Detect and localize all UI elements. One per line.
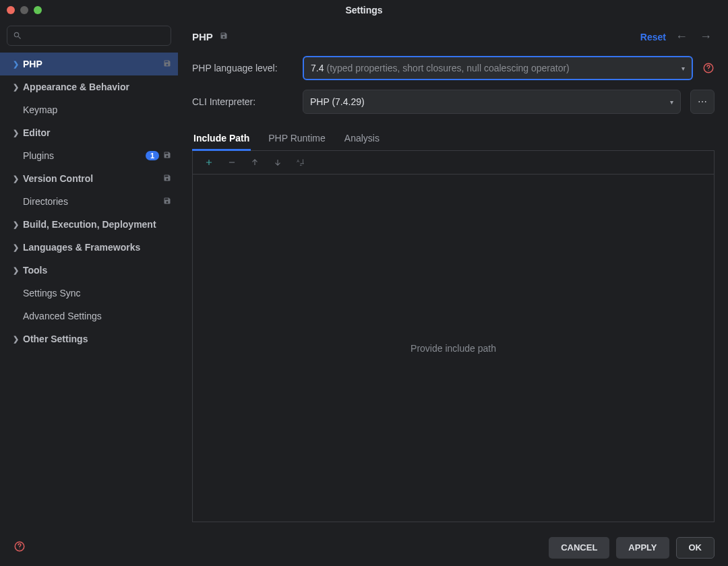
help-icon[interactable] <box>702 62 715 74</box>
svg-text:A: A <box>297 159 299 163</box>
cancel-button[interactable]: CANCEL <box>549 537 609 559</box>
move-down-button[interactable] <box>272 157 283 168</box>
save-marker-icon <box>163 196 171 207</box>
sidebar-item-label: Directories <box>23 196 68 207</box>
svg-point-5 <box>19 548 20 549</box>
sidebar-item-plugins[interactable]: Plugins1 <box>0 144 178 167</box>
chevron-right-icon: ❯ <box>11 129 20 137</box>
sidebar-item-label: PHP <box>23 59 42 69</box>
settings-search[interactable] <box>7 26 171 46</box>
include-path-list[interactable]: Provide include path <box>192 174 715 522</box>
php-subtabs: Include PathPHP RuntimeAnalysis <box>192 127 715 151</box>
traffic-lights <box>7 6 42 14</box>
cli-interpreter-row: CLI Interpreter: PHP (7.4.29) ▾ ⋯ <box>192 90 715 114</box>
include-path-toolbar: AZ <box>192 151 715 174</box>
sidebar-item-directories[interactable]: Directories <box>0 190 178 213</box>
fullscreen-window-button[interactable] <box>34 6 42 14</box>
save-marker-icon <box>220 32 228 42</box>
cli-interpreter-select[interactable]: PHP (7.4.29) ▾ <box>303 90 681 114</box>
sidebar-item-languages-frameworks[interactable]: ❯Languages & Frameworks <box>0 236 178 259</box>
add-button[interactable] <box>204 157 214 168</box>
sidebar-item-label: Settings Sync <box>23 288 81 298</box>
sidebar-item-label: Other Settings <box>23 334 88 344</box>
chevron-down-icon: ▾ <box>670 98 673 106</box>
cli-interpreter-browse-button[interactable]: ⋯ <box>690 90 715 114</box>
update-badge: 1 <box>146 151 159 160</box>
search-icon <box>13 31 22 40</box>
sidebar-item-keymap[interactable]: Keymap <box>0 98 178 121</box>
sidebar-item-other-settings[interactable]: ❯Other Settings <box>0 327 178 350</box>
chevron-right-icon: ❯ <box>11 60 20 69</box>
chevron-down-icon: ▾ <box>681 65 685 72</box>
settings-tree: ❯PHP❯Appearance & BehaviorKeymap❯EditorP… <box>0 51 178 529</box>
page-header: PHP Reset ← → <box>192 30 715 44</box>
sidebar-item-label: Version Control <box>23 173 93 184</box>
empty-state-text: Provide include path <box>411 343 496 354</box>
sidebar-item-label: Languages & Frameworks <box>23 242 140 253</box>
language-level-value: 7.4 <box>311 63 324 73</box>
sidebar-item-label: Advanced Settings <box>23 311 102 321</box>
chevron-right-icon: ❯ <box>11 175 20 183</box>
language-level-desc: (typed properties, short closures, null … <box>326 63 569 73</box>
cli-interpreter-value: PHP (7.4.29) <box>310 96 365 107</box>
window-title: Settings <box>0 5 728 15</box>
sidebar-item-tools[interactable]: ❯Tools <box>0 259 178 282</box>
settings-main: PHP Reset ← → PHP language level: 7.4 (t… <box>179 20 728 529</box>
sidebar-item-version-control[interactable]: ❯Version Control <box>0 167 178 190</box>
chevron-right-icon: ❯ <box>11 83 20 92</box>
sidebar-item-label: Tools <box>23 265 47 276</box>
settings-search-input[interactable] <box>26 31 165 41</box>
svg-text:Z: Z <box>300 162 303 166</box>
titlebar: Settings <box>0 0 728 20</box>
nav-back-button[interactable]: ← <box>673 30 690 44</box>
svg-point-1 <box>708 70 708 71</box>
sidebar-item-settings-sync[interactable]: Settings Sync <box>0 282 178 305</box>
sidebar-item-editor[interactable]: ❯Editor <box>0 121 178 144</box>
settings-sidebar: ❯PHP❯Appearance & BehaviorKeymap❯EditorP… <box>0 20 179 529</box>
remove-button[interactable] <box>226 157 237 168</box>
tab-analysis[interactable]: Analysis <box>343 127 381 150</box>
close-window-button[interactable] <box>7 6 15 14</box>
sidebar-item-label: Editor <box>23 127 50 138</box>
chevron-right-icon: ❯ <box>11 266 20 275</box>
tab-include-path[interactable]: Include Path <box>192 127 251 151</box>
reset-button[interactable]: Reset <box>640 32 666 42</box>
dialog-footer: CANCEL APPLY OK <box>0 529 728 566</box>
page-title: PHP <box>192 31 213 42</box>
save-marker-icon <box>163 150 171 161</box>
move-up-button[interactable] <box>249 157 260 168</box>
minimize-window-button[interactable] <box>20 6 28 14</box>
save-marker-icon <box>163 173 171 184</box>
save-marker-icon <box>163 59 171 69</box>
ok-button[interactable]: OK <box>676 537 715 559</box>
sidebar-item-label: Keymap <box>23 104 57 115</box>
sidebar-item-label: Build, Execution, Deployment <box>23 219 156 230</box>
language-level-label: PHP language level: <box>192 63 293 73</box>
language-level-row: PHP language level: 7.4 (typed propertie… <box>192 56 715 80</box>
chevron-right-icon: ❯ <box>11 335 20 344</box>
chevron-right-icon: ❯ <box>11 220 20 229</box>
tab-php-runtime[interactable]: PHP Runtime <box>267 127 327 150</box>
sidebar-item-php[interactable]: ❯PHP <box>0 53 178 75</box>
sort-alpha-button[interactable]: AZ <box>295 157 306 168</box>
apply-button[interactable]: APPLY <box>616 537 669 559</box>
nav-forward-button[interactable]: → <box>697 30 715 44</box>
sidebar-item-build-execution-deployment[interactable]: ❯Build, Execution, Deployment <box>0 213 178 236</box>
help-button[interactable] <box>13 540 26 555</box>
sidebar-item-advanced-settings[interactable]: Advanced Settings <box>0 305 178 327</box>
sidebar-item-appearance-behavior[interactable]: ❯Appearance & Behavior <box>0 75 178 98</box>
language-level-select[interactable]: 7.4 (typed properties, short closures, n… <box>303 56 693 80</box>
sidebar-item-label: Appearance & Behavior <box>23 82 129 92</box>
chevron-right-icon: ❯ <box>11 243 20 252</box>
sidebar-item-label: Plugins <box>23 150 54 161</box>
cli-interpreter-label: CLI Interpreter: <box>192 96 293 107</box>
